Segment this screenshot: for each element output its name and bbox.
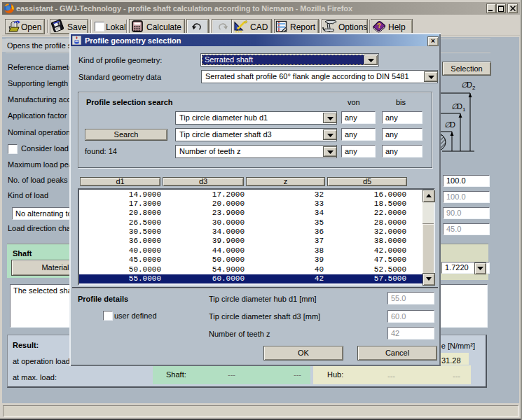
svg-text:D: D [450,120,455,129]
svg-text:D: D [457,102,462,111]
svg-text:2: 2 [472,85,476,91]
svg-text:1: 1 [462,106,466,113]
svg-text:D: D [467,80,472,89]
